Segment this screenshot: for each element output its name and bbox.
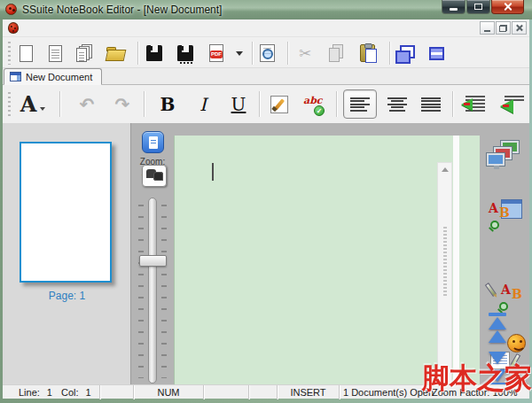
tab-row: New Document <box>3 68 529 85</box>
scrollbar-grip[interactable] <box>443 227 447 298</box>
save-as-button[interactable] <box>173 41 198 66</box>
spell-check-icon: abc ✓ <box>303 95 323 114</box>
page-up-button[interactable] <box>489 330 506 343</box>
status-num: NUM <box>134 385 204 399</box>
open-folder-icon <box>106 47 124 60</box>
slider-ticks-right <box>161 205 167 378</box>
status-blank <box>100 385 134 399</box>
format-painter-button[interactable] <box>264 89 294 119</box>
status-documents-open: 1 Document(s) Open <box>340 385 428 399</box>
app-icon[interactable] <box>5 4 17 15</box>
tile-windows-button[interactable] <box>424 41 449 66</box>
tab-new-document[interactable]: New Document <box>4 68 102 85</box>
cascade-windows-button[interactable] <box>392 41 417 66</box>
menu-row <box>3 19 529 37</box>
copy-documents-icon <box>76 44 94 62</box>
document-template-button[interactable] <box>43 41 67 66</box>
open-folder-button[interactable] <box>103 41 128 66</box>
cut-icon: ✂ <box>299 46 311 61</box>
cascade-windows-icon <box>395 45 413 61</box>
document-view-button[interactable] <box>142 131 164 153</box>
decrease-indent-button[interactable] <box>458 89 489 119</box>
font-dropdown-arrow-icon <box>40 107 45 111</box>
pdf-dropdown-button[interactable] <box>231 41 247 66</box>
letter-a: A <box>489 201 498 215</box>
paste-button[interactable] <box>355 41 379 66</box>
underline-button[interactable]: U <box>223 89 254 119</box>
vertical-scrollbar[interactable] <box>437 162 452 384</box>
redo-button[interactable]: ↷ <box>107 89 137 119</box>
find-replace-button[interactable]: A B <box>489 281 522 311</box>
copy-button[interactable] <box>324 41 348 66</box>
editor-surface[interactable] <box>174 136 480 384</box>
copy-icon <box>327 44 345 62</box>
bold-icon: B <box>160 96 176 113</box>
export-pdf-icon: PDF <box>209 44 223 62</box>
page-thumbnail-panel: Page: 1 <box>3 123 131 384</box>
right-sidebar: A B A B <box>480 123 529 384</box>
col-value: 1 <box>86 387 91 398</box>
zoom-slider-thumb[interactable] <box>139 255 167 267</box>
page-thumbnail[interactable] <box>20 142 112 283</box>
underline-icon: U <box>231 96 246 113</box>
status-line-col: Line: 1 Col: 1 <box>3 385 100 399</box>
col-label: Col: <box>61 387 79 398</box>
print-preview-icon <box>260 44 275 62</box>
document-template-icon <box>49 45 62 62</box>
status-blank <box>249 385 278 399</box>
line-value: 1 <box>47 387 52 398</box>
maximize-button[interactable] <box>466 0 490 14</box>
mdi-close-button[interactable] <box>512 21 527 35</box>
new-document-button[interactable] <box>13 41 38 66</box>
export-pdf-button[interactable]: PDF <box>204 41 229 66</box>
minimize-button[interactable] <box>442 0 466 14</box>
align-left-icon <box>350 97 370 112</box>
comments-bubble-button[interactable] <box>142 165 167 187</box>
monitors-view-button[interactable] <box>487 141 522 174</box>
print-preview-button[interactable] <box>254 41 279 66</box>
format-toolbar-gripper[interactable] <box>8 92 11 117</box>
document-app-icon[interactable] <box>8 22 19 34</box>
format-separator <box>452 91 454 117</box>
tab-label: New Document <box>26 72 92 82</box>
mdi-close-icon <box>515 24 523 32</box>
save-button[interactable] <box>142 41 167 66</box>
find-button[interactable]: A B <box>489 199 522 229</box>
font-select-icon: A <box>20 94 37 115</box>
page-label: Page: 1 <box>3 290 131 302</box>
font-select-button[interactable]: A <box>13 89 52 119</box>
format-toolbar: A ↶ ↷ B I U abc ✓ <box>3 86 529 122</box>
italic-button[interactable]: I <box>188 89 218 119</box>
window-title: SSuite NoteBook Editor - [New Document] <box>22 4 222 16</box>
spell-check-button[interactable]: abc ✓ <box>298 89 328 119</box>
smiley-button[interactable] <box>507 334 526 353</box>
undo-button[interactable]: ↶ <box>72 89 102 119</box>
copy-documents-button[interactable] <box>73 41 98 66</box>
align-center-button[interactable] <box>382 89 412 119</box>
toolbar-separator <box>252 42 254 65</box>
remove-indent-icon <box>501 95 524 114</box>
slider-ticks-left <box>138 205 144 378</box>
go-to-top-button[interactable] <box>489 313 506 329</box>
close-button[interactable] <box>491 0 524 14</box>
scroll-up-icon[interactable] <box>442 167 449 172</box>
mdi-minimize-button[interactable] <box>480 21 495 35</box>
toolbar-gripper[interactable] <box>8 42 11 65</box>
cut-button[interactable]: ✂ <box>293 41 317 66</box>
find-replace-icon <box>485 283 497 297</box>
format-separator <box>59 91 61 117</box>
mdi-restore-button[interactable] <box>496 21 511 35</box>
zoom-slider-track[interactable] <box>148 198 157 384</box>
remove-indent-button[interactable] <box>497 89 528 119</box>
align-justify-button[interactable] <box>416 89 446 119</box>
status-insert: INSERT <box>278 385 340 399</box>
new-document-icon <box>20 45 33 62</box>
align-left-button[interactable] <box>343 89 377 119</box>
decrease-indent-icon <box>462 95 485 114</box>
spell-abc-text: abc <box>303 95 323 106</box>
bold-button[interactable]: B <box>153 89 183 119</box>
status-blank <box>204 385 249 399</box>
align-center-icon <box>387 97 407 112</box>
close-icon <box>503 2 512 12</box>
italic-icon: I <box>200 96 207 113</box>
